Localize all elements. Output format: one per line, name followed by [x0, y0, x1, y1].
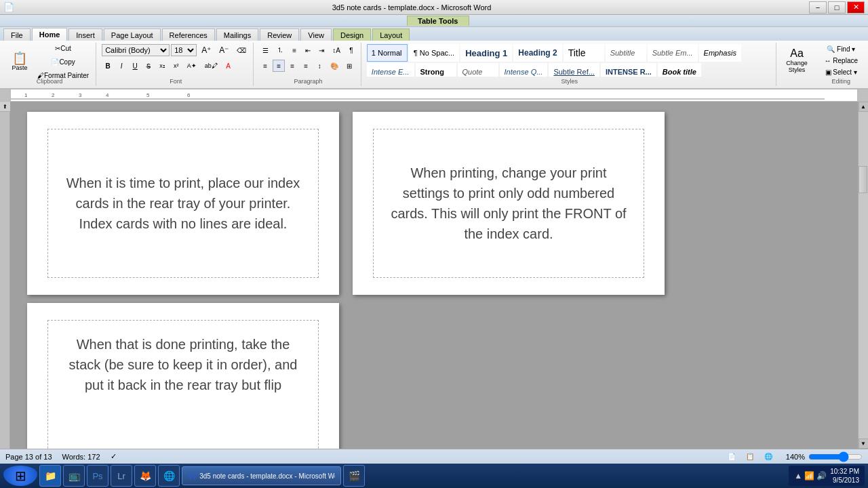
style-subtle-em[interactable]: Subtle Em... — [648, 44, 698, 62]
style-intense-r[interactable]: Intense R... — [601, 63, 656, 77]
page-card-1[interactable]: When it is time to print, place our inde… — [27, 112, 339, 295]
document-area[interactable]: When it is time to print, place our inde… — [10, 102, 858, 449]
change-styles-button[interactable]: Aa ChangeStyles — [782, 44, 812, 77]
taskbar-icon-lr[interactable]: Lr — [111, 465, 132, 487]
taskbar-icon-ps[interactable]: Ps — [87, 465, 108, 487]
taskbar-icon-media[interactable]: 📺 — [63, 465, 85, 487]
tab-insert[interactable]: Insert — [68, 28, 102, 41]
justify-button[interactable]: ≡ — [300, 60, 312, 72]
paste-label: Paste — [12, 64, 27, 71]
tab-page-layout[interactable]: Page Layout — [104, 28, 161, 41]
tab-mailings[interactable]: Mailings — [216, 28, 258, 41]
index-card-3[interactable]: When that is done printing, take the sta… — [47, 320, 319, 449]
clear-format-button[interactable]: ⌫ — [233, 44, 250, 56]
card-3-text: When that is done printing, take the sta… — [62, 334, 304, 395]
align-right-button[interactable]: ≡ — [286, 60, 298, 72]
content-area: ⬆ When it is time to print, place our in… — [0, 102, 868, 449]
index-card-2[interactable]: When printing, change your print setting… — [373, 129, 644, 278]
restore-button[interactable]: □ — [828, 1, 846, 14]
sort-button[interactable]: ↕A — [329, 44, 344, 56]
style-emphasis[interactable]: Emphasis — [699, 44, 741, 62]
copy-button[interactable]: 📄 Copy — [34, 56, 92, 68]
style-intense-em[interactable]: Intense E... — [367, 63, 414, 77]
svg-text:1: 1 — [24, 92, 28, 98]
style-no-spacing[interactable]: ¶ No Spac... — [409, 44, 459, 62]
text-effects-button[interactable]: A✦ — [184, 60, 200, 72]
tab-home[interactable]: Home — [32, 28, 68, 41]
svg-text:4: 4 — [106, 92, 109, 98]
page-card-3[interactable]: When that is done printing, take the sta… — [27, 303, 339, 449]
left-side-top-btn[interactable]: ⬆ — [0, 102, 10, 112]
increase-indent-button[interactable]: ⇥ — [315, 44, 328, 56]
tab-file[interactable]: File — [3, 28, 31, 41]
start-button[interactable]: ⊞ — [3, 466, 37, 486]
spelling-icon[interactable]: ✓ — [111, 452, 117, 461]
style-heading1[interactable]: Heading 1 — [460, 44, 512, 62]
tab-design[interactable]: Design — [333, 28, 371, 41]
scroll-up-button[interactable]: ▲ — [859, 102, 869, 112]
borders-button[interactable]: ⊞ — [343, 60, 355, 72]
tab-references[interactable]: References — [162, 28, 215, 41]
zoom-slider[interactable] — [808, 452, 863, 462]
grow-font-button[interactable]: A⁺ — [198, 44, 214, 56]
clipboard-label: Clipboard — [3, 78, 96, 85]
tab-view[interactable]: View — [300, 28, 332, 41]
bullets-button[interactable]: ☰ — [259, 44, 272, 56]
font-name-select[interactable]: Calibri (Body) — [102, 44, 170, 56]
decrease-indent-button[interactable]: ⇤ — [302, 44, 314, 56]
taskbar-icon-vlc[interactable]: 🎬 — [343, 465, 365, 487]
style-normal[interactable]: 1 Normal — [367, 44, 408, 62]
paragraph-label: Paragraph — [256, 78, 361, 85]
window-controls: − □ ✕ — [809, 1, 865, 14]
shrink-font-button[interactable]: A⁻ — [216, 44, 232, 56]
close-button[interactable]: ✕ — [847, 1, 865, 14]
show-formatting-button[interactable]: ¶ — [345, 44, 357, 56]
highlight-button[interactable]: ab🖍 — [201, 60, 221, 72]
select-button[interactable]: ▣ Select ▾ — [821, 67, 861, 77]
tab-review[interactable]: Review — [260, 28, 299, 41]
superscript-button[interactable]: x² — [170, 60, 182, 72]
view-print-button[interactable]: 📄 — [724, 451, 739, 463]
index-card-1[interactable]: When it is time to print, place our inde… — [47, 129, 319, 278]
taskbar-icon-explorer[interactable]: 📁 — [39, 465, 61, 487]
line-spacing-button[interactable]: ↕ — [313, 60, 326, 72]
style-subtle-ref[interactable]: Subtle Ref... — [549, 63, 599, 77]
style-book-title[interactable]: Book title — [658, 63, 701, 77]
italic-button[interactable]: I — [115, 60, 127, 72]
cut-button[interactable]: ✂ Cut — [34, 42, 92, 54]
taskbar-icon-fox[interactable]: 🦊 — [134, 465, 156, 487]
style-intense-q[interactable]: Intense Q... — [500, 63, 548, 77]
scroll-track[interactable] — [859, 112, 868, 439]
subscript-button[interactable]: x₂ — [156, 60, 169, 72]
page-card-2[interactable]: When printing, change your print setting… — [353, 112, 665, 295]
align-left-button[interactable]: ≡ — [259, 60, 271, 72]
style-heading2[interactable]: Heading 2 — [513, 44, 561, 62]
scroll-thumb[interactable] — [859, 166, 867, 193]
font-size-select[interactable]: 18 — [171, 44, 197, 56]
replace-button[interactable]: ↔ Replace — [821, 56, 861, 66]
view-full-button[interactable]: 📋 — [743, 451, 757, 463]
shading-button[interactable]: 🎨 — [327, 60, 342, 72]
word-count: Words: 172 — [62, 453, 100, 461]
multilevel-button[interactable]: ≡ — [288, 44, 300, 56]
align-center-button[interactable]: ≡ — [273, 60, 285, 72]
find-button[interactable]: 🔍 Find ▾ — [821, 44, 861, 54]
paste-button[interactable]: 📋 Paste — [7, 43, 33, 80]
style-title[interactable]: Title — [564, 44, 604, 62]
view-web-button[interactable]: 🌐 — [761, 451, 776, 463]
strikethrough-button[interactable]: S̶ — [142, 60, 155, 72]
scroll-down-button[interactable]: ▼ — [859, 439, 869, 449]
numbering-button[interactable]: ⒈ — [273, 44, 287, 56]
font-color-button[interactable]: A — [222, 60, 235, 72]
tab-layout[interactable]: Layout — [372, 28, 410, 41]
word-app-label: 3d5 note cards - template.docx - Microso… — [199, 472, 335, 480]
taskbar-word-app[interactable]: W 3d5 note cards - template.docx - Micro… — [182, 466, 341, 485]
underline-button[interactable]: U — [129, 60, 141, 72]
style-strong[interactable]: Strong — [416, 63, 456, 77]
taskbar: ⊞ 📁 📺 Ps Lr 🦊 🌐 W 3d5 note cards - templ… — [0, 464, 868, 488]
style-subtitle[interactable]: Subtitle — [606, 44, 646, 62]
bold-button[interactable]: B — [102, 60, 114, 72]
style-quote[interactable]: Quote — [458, 63, 498, 77]
minimize-button[interactable]: − — [809, 1, 827, 14]
taskbar-icon-chrome[interactable]: 🌐 — [158, 465, 180, 487]
